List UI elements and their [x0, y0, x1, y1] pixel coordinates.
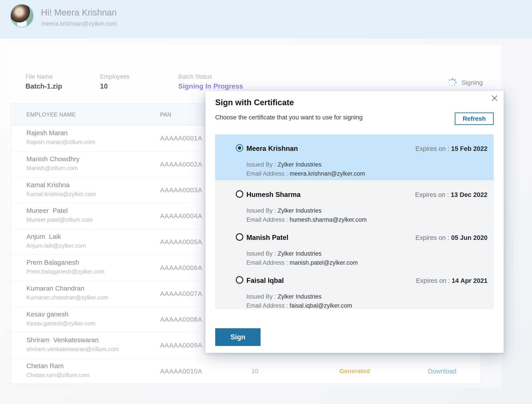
refresh-button[interactable]: Refresh	[455, 113, 494, 125]
employee-email: Kamal.krishna@zylker.com	[26, 191, 96, 198]
user-email: meera.krishnan@zylker.com	[41, 20, 117, 27]
column-header-employee-name: EMPLOYEE NAME	[26, 111, 76, 118]
certificate-list: Meera Krishnan Expires on : 15 Feb 2022 …	[215, 135, 494, 309]
employee-email: Muneer.patel@zillum.com	[26, 216, 93, 223]
employee-name: Muneer Patel	[26, 207, 68, 214]
expires-label: Expires on :	[416, 277, 450, 284]
issued-by-label: Issued By :	[247, 250, 276, 257]
employee-pan: AAAAA0003A	[160, 186, 202, 194]
certificate-name: Faisal Iqbal	[247, 277, 284, 285]
certificate-name: Meera Krishnan	[247, 145, 298, 153]
employee-email: Manish@zillum.com	[26, 165, 78, 172]
close-icon[interactable]	[492, 95, 497, 101]
signing-status-label: Signing	[461, 79, 483, 86]
sign-button[interactable]: Sign	[215, 328, 260, 346]
employee-pan: AAAAA0002A	[160, 160, 202, 168]
issued-by-label: Issued By :	[247, 161, 276, 168]
issued-by-value: Zylker Industries	[278, 250, 322, 257]
employee-name: Manish Chowdhry	[26, 155, 79, 163]
batch-info-item: Batch Status Signing In Progress	[178, 73, 243, 90]
certificate-issuer: Issued By : Zylker Industries	[247, 250, 322, 257]
info-value: Batch-1.zip	[25, 82, 100, 90]
info-label: Batch Status	[178, 73, 243, 80]
employee-pan: AAAAA0004A	[160, 212, 202, 220]
employee-email: Kesav.ganesh@zylker.com	[26, 320, 95, 327]
certificate-name: Humesh Sharma	[247, 191, 301, 199]
info-value: 10	[100, 82, 178, 90]
email-value: humesh.sharma@zylker.com	[290, 216, 367, 223]
certificate-option[interactable]: Faisal Iqbal Expires on : 14 Apr 2021 Is…	[215, 266, 494, 309]
email-label: Email Address :	[247, 302, 288, 309]
certificate-email: Email Address : manish.patel@zylker.com	[247, 259, 358, 266]
certificate-email: Email Address : faisal.iqbal@zylker.com	[247, 302, 352, 309]
employee-pan: AAAAA0001A	[160, 135, 202, 142]
issued-by-value: Zylker Industries	[278, 161, 322, 168]
table-row: Chetan Ram Chetan.ram@zillum.com AAAAA00…	[11, 358, 481, 384]
certificate-email: Email Address : meera.krishnan@zylker.co…	[247, 170, 365, 177]
certificate-radio[interactable]	[236, 144, 243, 152]
certificate-option[interactable]: Manish Patel Expires on : 05 Jun 2020 Is…	[215, 223, 494, 266]
user-greeting: Hi! Meera Krishnan	[41, 7, 117, 18]
employee-name: Rajesh Maran	[26, 129, 68, 137]
employee-name: Kamal Krishna	[26, 181, 70, 189]
certificate-expiry: Expires on : 05 Jun 2020	[415, 234, 488, 241]
employee-email: Anjum.laik@zylker.com	[26, 242, 86, 249]
certificate-expiry: Expires on : 14 Apr 2021	[416, 277, 488, 284]
modal-title: Sign with Certificate	[215, 98, 294, 107]
expires-label: Expires on :	[415, 191, 449, 198]
employee-count: 10	[241, 368, 269, 375]
employee-pan: AAAAA0007A	[160, 290, 202, 297]
expires-date: 13 Dec 2022	[451, 191, 488, 198]
certificate-name: Manish Patel	[247, 234, 288, 242]
issued-by-label: Issued By :	[247, 207, 276, 214]
certificate-issuer: Issued By : Zylker Industries	[247, 293, 322, 300]
email-value: meera.krishnan@zylker.com	[290, 170, 365, 177]
issued-by-label: Issued By :	[247, 293, 276, 300]
issued-by-value: Zylker Industries	[278, 207, 322, 214]
certificate-issuer: Issued By : Zylker Industries	[247, 161, 322, 168]
employee-pan: AAAAA0005A	[160, 238, 202, 246]
expires-date: 05 Jun 2020	[451, 234, 488, 241]
batch-info-row: File Name Batch-1.zip Employees 10 Batch…	[25, 73, 243, 90]
user-avatar	[10, 4, 34, 27]
expires-date: 14 Apr 2021	[452, 277, 488, 284]
employee-name: Anjum Laik	[26, 233, 61, 240]
issued-by-value: Zylker Industries	[278, 293, 322, 300]
sign-with-certificate-modal: Sign with Certificate Choose the certifi…	[205, 91, 504, 353]
certificate-radio[interactable]	[236, 276, 243, 284]
certificate-option[interactable]: Meera Krishnan Expires on : 15 Feb 2022 …	[215, 135, 494, 180]
batch-info-item: File Name Batch-1.zip	[25, 73, 100, 90]
email-label: Email Address :	[247, 216, 288, 223]
batch-info-item: Employees 10	[100, 73, 178, 90]
certificate-expiry: Expires on : 13 Dec 2022	[415, 191, 488, 199]
employee-email: Kumaran.chandran@zylker.com	[26, 294, 108, 301]
employee-email: Prem.balaganesh@zylker.com	[26, 268, 104, 275]
employee-pan: AAAAA0010A	[160, 368, 202, 375]
certificate-expiry: Expires on : 15 Feb 2022	[415, 145, 488, 152]
employee-pan: AAAAA0008A	[160, 316, 202, 323]
employee-name: Kumaran Chandran	[26, 285, 84, 292]
employee-name: Kesav ganesh	[26, 311, 68, 318]
app-header: Hi! Meera Krishnan meera.krishnan@zylker…	[0, 0, 532, 38]
info-value: Signing In Progress	[178, 82, 243, 90]
certificate-radio[interactable]	[236, 190, 243, 198]
employee-email: shriram.venkateswaran@zillum.com	[26, 346, 119, 353]
certificate-radio[interactable]	[236, 233, 243, 241]
email-value: faisal.iqbal@zylker.com	[290, 302, 352, 309]
modal-subtitle: Choose the certificate that you want to …	[215, 114, 363, 121]
info-label: File Name	[25, 73, 100, 80]
email-label: Email Address :	[247, 259, 288, 266]
status-badge: Generated	[326, 368, 383, 375]
employee-email: Chetan.ram@zillum.com	[26, 372, 89, 378]
expires-date: 15 Feb 2022	[451, 145, 488, 152]
employee-name: Chetan Ram	[26, 362, 63, 370]
spinner-icon	[448, 78, 457, 87]
certificate-option[interactable]: Humesh Sharma Expires on : 13 Dec 2022 I…	[215, 180, 494, 223]
certificate-issuer: Issued By : Zylker Industries	[247, 207, 322, 214]
employee-email: Rajesh.maran@zillum.com	[26, 139, 95, 146]
download-link[interactable]: Download	[416, 368, 469, 375]
signing-indicator: Signing	[448, 78, 483, 87]
column-header-pan: PAN	[160, 111, 171, 118]
employee-pan: AAAAA0006A	[160, 264, 202, 271]
email-label: Email Address :	[247, 170, 288, 177]
